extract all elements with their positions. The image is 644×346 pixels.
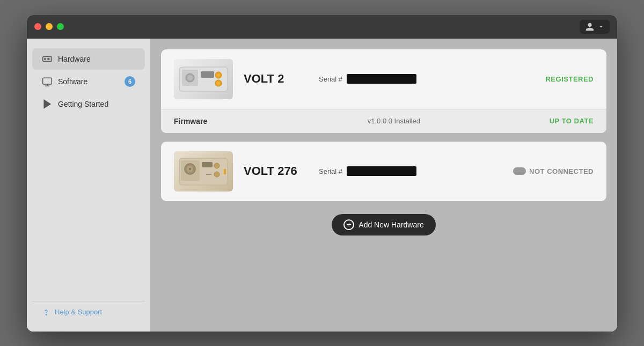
volt276-name: VOLT 276 bbox=[244, 164, 308, 178]
volt2-serial-value bbox=[347, 74, 416, 84]
device-image-volt276 bbox=[174, 151, 233, 192]
software-label: Software bbox=[58, 77, 87, 86]
volt2-serial-label: Serial # bbox=[319, 75, 342, 83]
firmware-status: UP TO DATE bbox=[550, 117, 594, 125]
traffic-lights bbox=[34, 23, 64, 30]
app-window: Hardware Software 6 bbox=[27, 15, 617, 332]
firmware-version: v1.0.0.0 Installed bbox=[249, 117, 539, 125]
svg-point-23 bbox=[189, 168, 191, 170]
main-content: VOLT 2 Serial # REGISTERED Firmware v1.0… bbox=[150, 39, 617, 332]
volt276-serial-value bbox=[347, 166, 416, 176]
maximize-button[interactable] bbox=[57, 23, 64, 30]
volt276-serial-section: Serial # bbox=[319, 166, 502, 176]
software-icon bbox=[42, 76, 53, 87]
device-row-volt2: VOLT 2 Serial # REGISTERED bbox=[161, 49, 606, 109]
sidebar-item-getting-started[interactable]: Getting Started bbox=[32, 93, 145, 115]
volt276-serial-label: Serial # bbox=[319, 167, 342, 175]
sidebar-nav: Hardware Software 6 bbox=[27, 47, 150, 301]
software-badge: 6 bbox=[125, 76, 135, 87]
app-body: Hardware Software 6 bbox=[27, 39, 617, 332]
volt276-thumbnail bbox=[174, 151, 233, 192]
svg-rect-24 bbox=[202, 162, 213, 167]
sidebar: Hardware Software 6 bbox=[27, 39, 150, 332]
help-icon bbox=[42, 308, 50, 316]
volt2-svg bbox=[177, 62, 230, 97]
getting-started-label: Getting Started bbox=[58, 100, 108, 108]
volt2-name: VOLT 2 bbox=[244, 72, 308, 86]
not-connected-icon bbox=[513, 167, 526, 175]
svg-rect-14 bbox=[201, 71, 214, 78]
svg-rect-28 bbox=[224, 169, 226, 174]
help-support-label: Help & Support bbox=[55, 308, 102, 316]
svg-point-25 bbox=[214, 163, 219, 168]
sidebar-footer: Help & Support bbox=[32, 301, 145, 323]
volt276-status: NOT CONNECTED bbox=[513, 167, 594, 175]
svg-rect-1 bbox=[44, 58, 46, 60]
chevron-down-icon bbox=[598, 24, 604, 30]
close-button[interactable] bbox=[34, 23, 41, 30]
help-support-link[interactable]: Help & Support bbox=[42, 308, 135, 316]
device-card-volt2: VOLT 2 Serial # REGISTERED Firmware v1.0… bbox=[161, 49, 606, 133]
device-card-volt276: VOLT 276 Serial # NOT CONNECTED bbox=[161, 142, 606, 201]
account-menu[interactable] bbox=[580, 20, 610, 34]
device-image-volt2 bbox=[174, 59, 233, 99]
svg-point-18 bbox=[217, 82, 220, 85]
svg-point-13 bbox=[187, 75, 193, 80]
volt2-thumbnail bbox=[174, 59, 233, 99]
device-row-volt276: VOLT 276 Serial # NOT CONNECTED bbox=[161, 142, 606, 201]
svg-marker-8 bbox=[44, 100, 50, 108]
volt2-serial-section: Serial # bbox=[319, 74, 535, 84]
svg-rect-5 bbox=[43, 78, 52, 84]
sidebar-item-hardware[interactable]: Hardware bbox=[32, 48, 145, 70]
minimize-button[interactable] bbox=[46, 23, 53, 30]
titlebar bbox=[27, 15, 617, 39]
getting-started-icon bbox=[42, 99, 53, 109]
svg-point-26 bbox=[214, 172, 219, 177]
svg-point-9 bbox=[46, 314, 46, 315]
firmware-row-volt2: Firmware v1.0.0.0 Installed UP TO DATE bbox=[161, 109, 606, 133]
sidebar-item-software[interactable]: Software 6 bbox=[32, 71, 145, 92]
volt276-status-text: NOT CONNECTED bbox=[529, 167, 594, 175]
add-hardware-button[interactable]: + Add New Hardware bbox=[332, 214, 435, 235]
volt2-status: REGISTERED bbox=[545, 75, 594, 83]
user-icon bbox=[585, 22, 595, 32]
add-hardware-label: Add New Hardware bbox=[358, 220, 423, 229]
hardware-icon bbox=[42, 54, 53, 64]
svg-point-16 bbox=[217, 73, 220, 77]
volt276-svg bbox=[177, 154, 230, 189]
plus-circle-icon: + bbox=[343, 219, 354, 230]
hardware-label: Hardware bbox=[58, 55, 91, 63]
firmware-label: Firmware bbox=[174, 117, 238, 126]
